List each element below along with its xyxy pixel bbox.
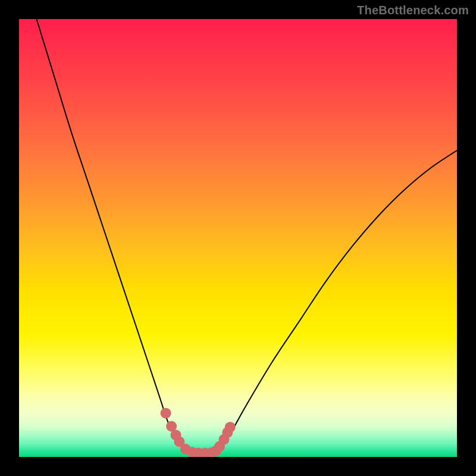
marker-group (161, 408, 236, 457)
watermark-text: TheBottleneck.com (357, 4, 469, 17)
plot-area (19, 19, 457, 457)
curve-right (216, 151, 457, 452)
curve-left (36, 19, 194, 453)
marker-dot (225, 422, 236, 433)
outer-frame: TheBottleneck.com (0, 0, 476, 476)
chart-svg (19, 19, 457, 457)
marker-dot (161, 408, 171, 418)
